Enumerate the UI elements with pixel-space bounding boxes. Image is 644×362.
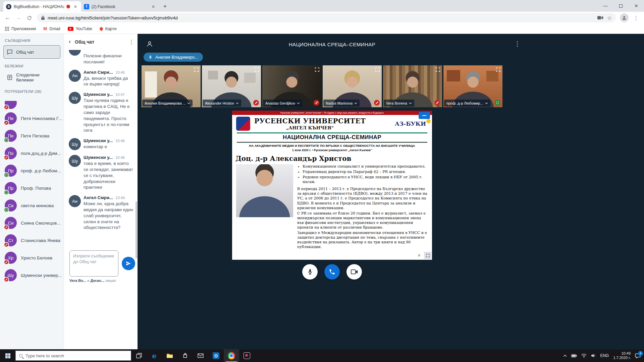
webcam-name-pill[interactable]: Nadya Marinova: [323, 100, 360, 107]
user-initials: Пе: [8, 133, 14, 138]
mute-button[interactable]: [302, 264, 318, 280]
bookmark-gmail[interactable]: MGmail: [43, 26, 60, 31]
fullscreen-presentation-button[interactable]: [424, 252, 431, 259]
volume-icon[interactable]: [591, 354, 596, 358]
address-bar-icons: ☆: [597, 15, 612, 21]
start-button[interactable]: [0, 349, 15, 362]
webcam-name-pill[interactable]: проф. д-р Любомир...: [444, 100, 490, 107]
chat-scrollbar[interactable]: [136, 201, 137, 258]
tab-bigbluebutton[interactable]: b BigBlueButton - НАЦИОНАЛ ✕: [3, 1, 81, 12]
leave-audio-button[interactable]: [324, 264, 340, 280]
outlook-taskbar-icon[interactable]: O: [208, 349, 224, 362]
bookmark-maps[interactable]: Карти: [100, 26, 117, 31]
webcam-name-pill[interactable]: Alexander Hristov: [203, 100, 241, 107]
tab-title: (2) Facebook: [92, 4, 148, 9]
sidebar-item-shared-notes[interactable]: Споделени бележки: [3, 71, 60, 84]
camera-icon: [351, 269, 358, 275]
language-indicator[interactable]: ENG: [600, 353, 609, 358]
user-list-item[interactable]: Ст Станислава Янева: [0, 232, 64, 249]
webcam-name-pill[interactable]: Vera Boneva: [384, 100, 414, 107]
chat-options-icon[interactable]: ⋮: [128, 39, 134, 46]
fullscreen-webcam-icon[interactable]: [375, 67, 380, 72]
clock[interactable]: 10:49 1.7.2020 г.: [613, 351, 631, 360]
chat-title: Общ чат: [75, 39, 126, 45]
slide-title: НАЦИОНАЛНА СРЕЩА-СЕМИНАР: [232, 134, 432, 141]
tab-close-icon[interactable]: ✕: [72, 4, 78, 10]
window-close-button[interactable]: ✕: [629, 0, 644, 12]
webcam-name-pill[interactable]: Анелия Владимирова ...: [142, 100, 193, 107]
user-list-item[interactable]: Пр проф. д-р Любом...: [0, 162, 64, 179]
browser-menu-icon[interactable]: ⋮: [631, 15, 641, 21]
messages-section-label: СЪОБЩЕНИЯ: [5, 39, 64, 43]
user-list-item[interactable]: Си Сияна Смолецов...: [0, 214, 64, 232]
task-view-icon: [136, 353, 142, 359]
bookmark-apps[interactable]: Приложения: [5, 26, 36, 31]
share-webcam-button[interactable]: [346, 264, 362, 280]
university-name-line2: „АНГЕЛ КЪНЧЕВ“: [254, 125, 366, 130]
folder-icon: [166, 353, 173, 358]
slide-body: Комуникационен специалист и университетс…: [232, 164, 432, 250]
battery-icon[interactable]: [571, 354, 577, 358]
store-taskbar-icon[interactable]: [177, 349, 193, 362]
talking-indicator[interactable]: Анелия Владимиро...: [144, 53, 203, 62]
sidebar-item-public-chat[interactable]: Общ чат: [3, 45, 60, 59]
webcam-name-pill[interactable]: Anastas Gerdjikov: [263, 100, 302, 107]
users-list[interactable]: Пе Петя Николаева Г... Пе Петя Петкова П…: [0, 101, 64, 349]
user-list-item[interactable]: Св светла минкова: [0, 197, 64, 214]
file-explorer-taskbar-icon[interactable]: [162, 349, 177, 362]
message-time: 10:49: [116, 196, 125, 200]
speaker-photo: [236, 164, 293, 217]
minimize-presentation-button[interactable]: [419, 112, 430, 119]
user-status-icon: [4, 259, 9, 265]
facebook-favicon-icon: f: [84, 4, 89, 9]
bookmark-star-icon[interactable]: ☆: [607, 15, 612, 21]
meeting-title: НАЦИОНАЛНА СРЕЩА–СЕМИНАР: [138, 42, 527, 47]
forward-button[interactable]: →: [13, 13, 23, 23]
camera-in-use-icon[interactable]: [597, 16, 603, 20]
task-view-button[interactable]: [131, 349, 147, 362]
chat-avatar: Ан: [69, 70, 81, 82]
user-list-item[interactable]: Хр Христо Белоев: [0, 249, 64, 266]
refresh-button[interactable]: [24, 13, 34, 23]
chat-messages[interactable]: Полезни финални послания! Ан Ангел Смри.…: [64, 50, 136, 248]
fullscreen-webcam-icon[interactable]: [194, 67, 199, 72]
user-list-item[interactable]: Пр Проф. Попова: [0, 179, 64, 197]
back-chevron-icon[interactable]: [67, 40, 72, 44]
fullscreen-webcam-icon[interactable]: [435, 67, 441, 72]
edge-taskbar-icon[interactable]: e: [147, 349, 162, 362]
bookmark-youtube[interactable]: YouTube: [68, 26, 92, 31]
fullscreen-webcam-icon[interactable]: [495, 67, 501, 72]
user-list-item[interactable]: Пе Петя Николаева Г...: [0, 110, 64, 127]
mail-taskbar-icon[interactable]: [193, 349, 208, 362]
user-status-icon: [4, 105, 9, 110]
new-tab-button[interactable]: +: [160, 2, 170, 11]
send-message-button[interactable]: [122, 257, 135, 270]
user-list-item[interactable]: Шу Шуменски универ...: [0, 266, 64, 284]
meeting-options-icon[interactable]: ⋮: [514, 40, 521, 48]
action-center-button[interactable]: 4: [635, 353, 641, 358]
chrome-taskbar-icon[interactable]: [224, 349, 239, 362]
tab-facebook[interactable]: f (2) Facebook ✕: [81, 1, 159, 12]
user-list-item-partial[interactable]: [0, 101, 64, 110]
chat-message-input[interactable]: [69, 250, 118, 277]
user-list-item[interactable]: Пе Петя Петкова: [0, 127, 64, 144]
window-minimize-button[interactable]: —: [598, 0, 613, 12]
window-maximize-button[interactable]: [613, 0, 629, 12]
tab-close-icon[interactable]: ✕: [150, 4, 156, 10]
taskbar-search[interactable]: Type here to search: [15, 351, 131, 361]
fullscreen-webcam-icon[interactable]: [254, 67, 260, 72]
wifi-icon[interactable]: [581, 354, 587, 358]
user-list-item[interactable]: По полк.доц.д-р Дим...: [0, 144, 64, 162]
fullscreen-webcam-icon[interactable]: [314, 67, 320, 72]
user-name: проф. д-р Любом...: [21, 168, 61, 173]
paint-taskbar-icon[interactable]: [239, 349, 255, 362]
address-bar[interactable]: meet.uni-ruse.bg/html5client/join?sessio…: [37, 13, 616, 22]
slide-banner: Русенски университет „Ангел Кънчев“ • 75…: [232, 111, 432, 115]
tray-expand-icon[interactable]: [563, 355, 567, 357]
message-time: 10:48: [115, 156, 125, 160]
back-button[interactable]: ←: [3, 13, 13, 23]
webcam-status-icon: [495, 100, 500, 106]
minus-icon: [422, 115, 426, 116]
profile-avatar-icon[interactable]: [620, 13, 629, 22]
chat-panel: Общ чат ⋮ Полезни финални послания! Ан А…: [64, 34, 138, 349]
